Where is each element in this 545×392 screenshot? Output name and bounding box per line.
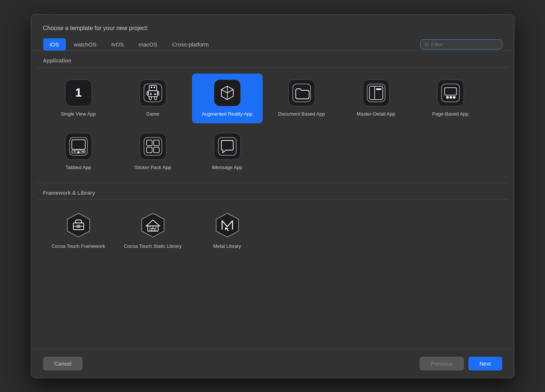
- svg-point-26: [449, 96, 452, 98]
- sticker-pack-label: Sticker Pack App: [134, 164, 171, 171]
- svg-point-35: [83, 151, 84, 152]
- filter-icon: ⊙: [424, 41, 429, 47]
- dialog-title: Choose a template for your new project:: [31, 14, 514, 38]
- template-page-based[interactable]: Page-Based App: [415, 74, 486, 123]
- master-detail-label: Master-Detail App: [357, 111, 395, 117]
- template-game[interactable]: Game: [118, 74, 188, 123]
- previous-button[interactable]: Previous: [420, 357, 464, 370]
- nav-buttons: Previous Next: [420, 357, 502, 370]
- metal-library-label: Metal Library: [213, 243, 241, 250]
- template-sticker-pack[interactable]: Sticker Pack App: [118, 127, 188, 177]
- tab-tvos[interactable]: tvOS: [105, 38, 130, 51]
- master-detail-icon: [363, 80, 389, 106]
- sticker-pack-icon: [140, 133, 166, 160]
- svg-rect-4: [151, 87, 152, 88]
- tab-cross-platform[interactable]: Cross-platform: [166, 38, 215, 51]
- metal-library-icon: [214, 212, 241, 239]
- tabbed-icon: [65, 133, 92, 160]
- filter-input[interactable]: [431, 41, 498, 48]
- tab-macos[interactable]: macOS: [132, 38, 164, 51]
- svg-point-34: [81, 151, 83, 152]
- template-metal-library[interactable]: Metal Library: [192, 206, 263, 256]
- svg-marker-46: [142, 213, 164, 237]
- cancel-button[interactable]: Cancel: [43, 357, 83, 370]
- tab-bar: iOS watchOS tvOS macOS Cross-platform ⊙: [31, 38, 514, 51]
- template-imessage[interactable]: iMessage App: [192, 127, 263, 177]
- application-grid: 1 Single View App: [37, 68, 508, 183]
- game-icon: [140, 80, 166, 106]
- framework-grid: Cocoa Touch Framework: [37, 200, 508, 262]
- svg-point-27: [453, 96, 455, 98]
- svg-rect-23: [376, 88, 381, 90]
- tabbed-label: Tabbed App: [65, 164, 91, 171]
- svg-point-25: [446, 96, 449, 98]
- svg-point-33: [74, 151, 75, 152]
- cocoa-touch-fw-label: Cocoa Touch Framework: [51, 243, 105, 250]
- ar-label: Augmented Reality App: [202, 111, 253, 117]
- template-tabbed[interactable]: Tabbed App: [43, 127, 114, 177]
- template-dialog: Choose a template for your new project: …: [31, 14, 514, 378]
- document-based-icon: [288, 80, 315, 106]
- content-area: Application 1 Single View App: [31, 51, 514, 349]
- imessage-label: iMessage App: [212, 164, 243, 171]
- document-based-label: Document Based App: [278, 111, 325, 117]
- svg-rect-2: [144, 84, 162, 102]
- ar-icon: [214, 80, 241, 106]
- next-button[interactable]: Next: [468, 357, 502, 370]
- section-application-header: Application: [37, 51, 508, 67]
- cocoa-touch-sl-icon: [140, 212, 166, 239]
- imessage-icon: [214, 133, 241, 160]
- svg-rect-11: [150, 93, 151, 95]
- bottom-bar: Cancel Previous Next: [31, 349, 514, 378]
- tab-ios[interactable]: iOS: [43, 38, 66, 51]
- page-based-icon: [437, 80, 464, 106]
- single-view-label: Single View App: [61, 111, 96, 117]
- section-framework-header: Framework & Library: [37, 183, 508, 200]
- svg-marker-53: [216, 213, 238, 237]
- template-document-based[interactable]: Document Based App: [266, 74, 337, 123]
- filter-box: ⊙: [420, 39, 502, 49]
- page-based-label: Page-Based App: [432, 111, 469, 117]
- template-cocoa-touch-sl[interactable]: Cocoa Touch Static Library: [118, 206, 188, 256]
- single-view-icon: 1: [65, 80, 92, 106]
- svg-text:1: 1: [75, 86, 82, 99]
- cocoa-touch-sl-label: Cocoa Touch Static Library: [124, 243, 182, 250]
- svg-rect-24: [442, 84, 459, 102]
- svg-rect-5: [154, 87, 155, 88]
- template-single-view[interactable]: 1 Single View App: [43, 74, 114, 123]
- template-master-detail[interactable]: Master-Detail App: [341, 74, 411, 123]
- tab-watchos[interactable]: watchOS: [67, 38, 103, 51]
- cocoa-touch-fw-icon: [65, 212, 92, 239]
- template-cocoa-touch-fw[interactable]: Cocoa Touch Framework: [43, 206, 114, 256]
- svg-rect-12: [154, 94, 156, 95]
- template-ar[interactable]: Augmented Reality App: [192, 74, 263, 123]
- game-label: Game: [146, 111, 159, 117]
